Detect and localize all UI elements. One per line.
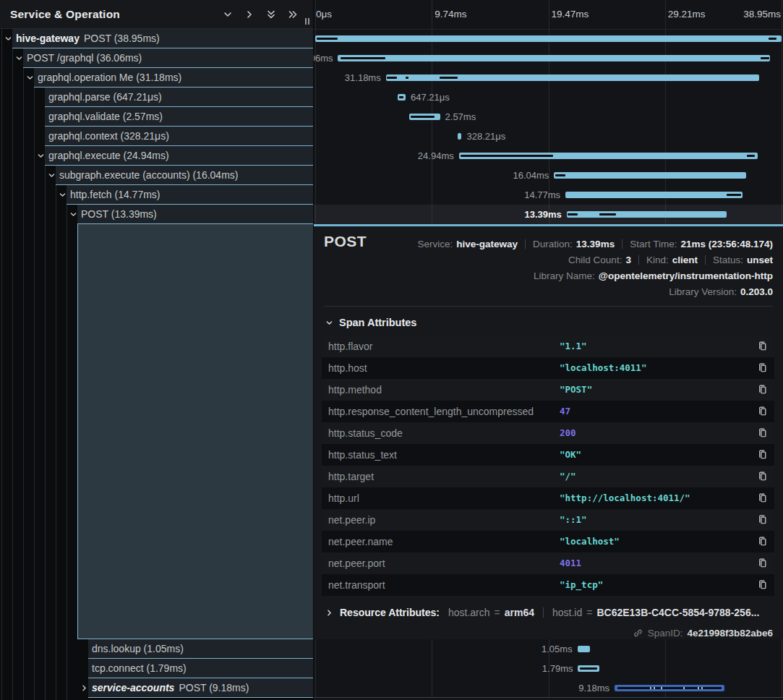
tree-row-post-graphql[interactable]: POST /graphql (36.06ms) xyxy=(23,48,314,68)
copy-icon[interactable] xyxy=(757,514,769,526)
chevron-right-icon[interactable] xyxy=(244,9,254,20)
chevron-down-icon[interactable] xyxy=(59,191,67,199)
chevron-down-icon[interactable] xyxy=(48,171,56,179)
copy-icon[interactable] xyxy=(757,384,769,396)
copy-icon[interactable] xyxy=(757,362,769,374)
span-label: subgraph.execute (accounts) (16.04ms) xyxy=(56,166,238,184)
meta-value: unset xyxy=(747,255,773,265)
copy-icon[interactable] xyxy=(757,492,769,504)
meta-line-2: Child Count:3Kind:clientStatus:unset xyxy=(335,252,773,268)
span-detail-panel: POST Service:hive-gatewayDuration:13.39m… xyxy=(314,224,783,639)
timeline-row-http.fetch[interactable]: 14.77ms xyxy=(314,185,783,205)
span-bar[interactable] xyxy=(615,685,724,691)
copy-icon[interactable] xyxy=(757,449,769,461)
meta-label: Library Name: xyxy=(534,270,599,281)
chevron-right-icon[interactable] xyxy=(80,684,88,692)
timeline-region: 0μs9.74ms19.47ms29.21ms38.95ms 38.95ms36… xyxy=(314,0,783,700)
chevron-down-icon[interactable] xyxy=(4,35,12,43)
timeline-row-graphql.execute[interactable]: 24.94ms xyxy=(314,146,783,166)
child-span-marker xyxy=(650,687,651,689)
duration-label: 24.94ms xyxy=(418,146,454,166)
attr-key: http.response_content_length_uncompresse… xyxy=(328,401,534,422)
tree-row-subgraph.execute-accounts-[interactable]: subgraph.execute (accounts) (16.04ms) xyxy=(56,166,314,185)
timeline-row-post[interactable]: 9.18ms xyxy=(314,678,783,698)
timeline-row-tcp.connect[interactable]: 1.79ms xyxy=(314,659,783,678)
copy-icon[interactable] xyxy=(757,579,769,591)
timeline-row-post-graphql[interactable]: 36.06ms xyxy=(314,48,783,68)
drag-grip-icon[interactable] xyxy=(304,18,312,25)
tree-row-post[interactable]: hive-gatewayPOST (38.95ms) xyxy=(12,29,314,48)
span-bar[interactable] xyxy=(578,665,599,672)
operation-name: POST /graphql (36.06ms) xyxy=(27,52,142,64)
timeline-row-graphql.context[interactable]: 328.21μs xyxy=(314,127,783,146)
tree-row-graphql.execute[interactable]: graphql.execute (24.94ms) xyxy=(45,146,314,166)
meta-line-1: Service:hive-gatewayDuration:13.39msStar… xyxy=(335,236,773,252)
meta-label: Kind: xyxy=(646,255,672,265)
attr-row-net.peer.name: net.peer.name"localhost" xyxy=(322,531,774,552)
resource-value: BC62E13B-C4CC-5854-9788-256... xyxy=(596,607,759,618)
self-time-segment xyxy=(747,155,755,157)
tree-row-graphql.validate[interactable]: graphql.validate (2.57ms) xyxy=(45,107,314,127)
chevron-down-icon[interactable] xyxy=(15,54,23,62)
operation-name: subgraph.execute (accounts) (16.04ms) xyxy=(59,169,238,181)
chevron-down-icon[interactable] xyxy=(223,9,233,20)
span-bar[interactable] xyxy=(459,153,758,159)
attr-row-http.status_code: http.status_code200 xyxy=(322,422,774,444)
span-bar[interactable] xyxy=(458,133,461,140)
attr-key: net.peer.name xyxy=(328,531,393,552)
timeline-row-post[interactable]: 38.95ms xyxy=(314,29,783,48)
operation-name: tcp.connect (1.79ms) xyxy=(92,662,187,674)
chevron-down-icon[interactable] xyxy=(26,74,34,82)
copy-icon[interactable] xyxy=(757,406,769,417)
meta-value: 0.203.0 xyxy=(740,286,773,297)
timeline-row-dns.lookup[interactable]: 1.05ms xyxy=(314,639,783,659)
span-label: hive-gatewayPOST (38.95ms) xyxy=(12,29,160,48)
tree-row-post[interactable]: POST (13.39ms) xyxy=(77,205,314,224)
tree-row-post[interactable]: service-accountsPOST (9.18ms) xyxy=(88,678,314,698)
span-bar[interactable] xyxy=(554,172,746,179)
copy-icon[interactable] xyxy=(757,341,769,352)
span-bar[interactable] xyxy=(398,94,406,101)
span-bar[interactable] xyxy=(315,35,782,42)
tree-row-graphql.context[interactable]: graphql.context (328.21μs) xyxy=(45,127,314,146)
span-bar[interactable] xyxy=(567,211,727,218)
duration-label: 1.05ms xyxy=(542,639,573,659)
double-chevron-right-icon[interactable] xyxy=(288,9,298,20)
timeline-row-graphql.parse[interactable]: 647.21μs xyxy=(314,88,783,107)
span-label: http.fetch (14.77ms) xyxy=(67,185,161,204)
tree-row-http.fetch[interactable]: http.fetch (14.77ms) xyxy=(67,185,314,205)
self-time-segment xyxy=(568,213,578,215)
timeline-row-graphql.operation-me[interactable]: 31.18ms xyxy=(314,68,783,88)
tree-row-tcp.connect[interactable]: tcp.connect (1.79ms) xyxy=(88,659,314,678)
self-time-segment xyxy=(727,194,741,196)
meta-label: Child Count: xyxy=(568,255,625,265)
operation-name: http.fetch (14.77ms) xyxy=(70,189,161,200)
timeline-row-post[interactable]: 13.39ms xyxy=(314,205,783,224)
tree-row-graphql.operation-me[interactable]: graphql.operation Me (31.18ms) xyxy=(34,68,314,88)
trace-viewer: Service & Operation hive-gatewayPOST (38… xyxy=(0,0,783,700)
operation-name: graphql.context (328.21μs) xyxy=(48,130,169,142)
copy-icon[interactable] xyxy=(757,536,769,547)
copy-icon[interactable] xyxy=(757,471,769,482)
attr-value: "localhost:4011" xyxy=(560,357,646,379)
span-attributes-header[interactable]: Span Attributes xyxy=(325,315,416,330)
resource-attributes-row[interactable]: Resource Attributes: host.arch=arm64host… xyxy=(325,604,773,621)
span-bar[interactable] xyxy=(386,74,759,81)
meta-label: Service: xyxy=(417,239,456,249)
timeline-row-graphql.validate[interactable]: 2.57ms xyxy=(314,107,783,127)
axis-tick-0μs: 0μs xyxy=(316,0,332,29)
span-bar[interactable] xyxy=(338,55,769,61)
chevron-down-icon[interactable] xyxy=(37,152,45,160)
span-bar[interactable] xyxy=(409,114,440,120)
double-chevron-down-icon[interactable] xyxy=(266,9,276,20)
span-bar[interactable] xyxy=(565,192,743,198)
timeline-row-subgraph.execute-accounts-[interactable]: 16.04ms xyxy=(314,166,783,185)
tree-row-dns.lookup[interactable]: dns.lookup (1.05ms) xyxy=(88,639,314,659)
copy-icon[interactable] xyxy=(757,427,769,439)
chevron-down-icon[interactable] xyxy=(69,210,77,218)
copy-icon[interactable] xyxy=(757,558,769,569)
span-bar[interactable] xyxy=(578,646,590,652)
tree-row-graphql.parse[interactable]: graphql.parse (647.21μs) xyxy=(45,88,314,107)
divider xyxy=(638,255,639,265)
attr-key: net.peer.port xyxy=(328,552,385,574)
